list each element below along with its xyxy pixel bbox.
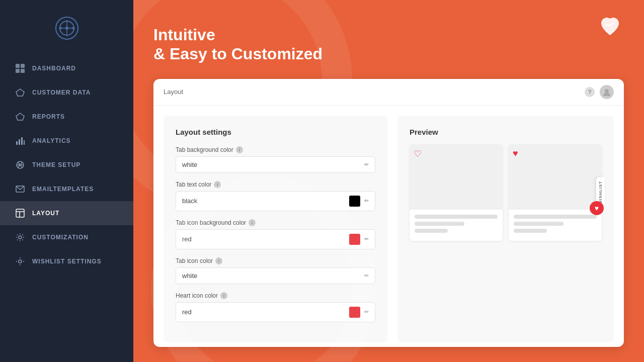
setting-input-tab-text[interactable]: black ✏: [176, 191, 375, 211]
color-swatch-heart-icon-color: [349, 307, 360, 318]
sidebar-item-dashboard-label: DASHBOARD: [32, 65, 76, 72]
edit-icon-tab-text[interactable]: ✏: [364, 198, 369, 204]
sidebar-item-customer-data[interactable]: CUSTOMER DATA: [0, 80, 133, 105]
sidebar-nav: DASHBOARD CUSTOMER DATA REPORTS: [0, 56, 133, 274]
edit-icon-tab-icon-color[interactable]: ✏: [364, 273, 369, 279]
preview-meta-line-2: [415, 222, 464, 226]
svg-point-5: [72, 27, 74, 29]
info-icon-tab-icon-color[interactable]: i: [215, 257, 222, 264]
svg-rect-16: [24, 140, 25, 145]
info-icon-tab-bg[interactable]: i: [236, 146, 243, 153]
setting-label-tab-icon-bg: Tab icon background color i: [176, 219, 375, 226]
edit-icon-tab-icon-bg[interactable]: ✏: [364, 236, 369, 242]
preview-meta-line-6: [514, 229, 547, 233]
customization-icon: [15, 232, 25, 242]
sidebar-item-wishlist-settings[interactable]: WISHLIST SETTINGS: [0, 249, 133, 274]
sidebar-item-customization-label: CUSTOMIZATION: [32, 234, 89, 241]
analytics-icon: [15, 136, 25, 146]
sidebar-item-reports[interactable]: REPORTS: [0, 105, 133, 129]
tab-icon-bg-value: red: [182, 235, 192, 243]
sidebar-item-customization[interactable]: CUSTOMIZATION: [0, 225, 133, 249]
setting-label-tab-bg: Tab background color i: [176, 146, 375, 153]
setting-input-tab-icon-color[interactable]: white ✏: [176, 267, 375, 284]
preview-meta-line-3: [415, 229, 448, 233]
svg-rect-9: [16, 69, 20, 73]
preview-card-1-image: ♡: [410, 144, 503, 210]
preview-content: ♡ ♥: [410, 144, 602, 241]
theme-setup-icon: [15, 160, 25, 170]
setting-row-tab-icon-color: Tab icon color i white ✏: [176, 257, 375, 284]
svg-rect-15: [21, 137, 23, 145]
setting-label-tab-text: Tab text color i: [176, 181, 375, 188]
color-swatch-tab-icon-bg: [349, 234, 360, 245]
setting-row-heart-icon-color: Heart icon color i red ✏: [176, 292, 375, 322]
layout-card-title: Layout: [164, 88, 183, 96]
tab-text-value: black: [182, 197, 197, 205]
setting-input-tab-icon-bg[interactable]: red ✏: [176, 229, 375, 249]
setting-row-tab-bg: Tab background color i white ✏: [176, 146, 375, 173]
svg-point-26: [19, 260, 22, 263]
setting-row-tab-icon-bg: Tab icon background color i red ✏: [176, 219, 375, 249]
layout-card-actions: ?: [585, 85, 614, 99]
info-icon-tab-icon-bg[interactable]: i: [249, 219, 256, 226]
preview-meta-line-1: [415, 215, 498, 219]
headline: Intuitive & Easy to Customized: [153, 25, 624, 64]
user-avatar[interactable]: [600, 85, 614, 99]
setting-label-heart-icon-color: Heart icon color i: [176, 292, 375, 299]
dashboard-icon: [15, 63, 25, 73]
setting-input-tab-bg[interactable]: white ✏: [176, 156, 375, 173]
edit-icon-heart-icon-color[interactable]: ✏: [364, 309, 369, 315]
heart-icon-color-value: red: [182, 308, 192, 316]
layout-card: Layout ? Layout settings Tab backgro: [153, 79, 624, 347]
preview-title: Preview: [410, 128, 602, 136]
sidebar-item-wishlist-settings-label: WISHLIST SETTINGS: [32, 258, 102, 265]
preview-meta-line-5: [514, 222, 564, 226]
sidebar-item-email-templates-label: EMAILTEMPLATES: [32, 186, 94, 193]
main-content: Intuitive & Easy to Customized Layout ? …: [133, 0, 644, 362]
customer-data-icon: [15, 87, 25, 98]
setting-input-heart-icon-color[interactable]: red ✏: [176, 302, 375, 322]
sidebar-item-dashboard[interactable]: DASHBOARD: [0, 56, 133, 80]
heart-filled-icon[interactable]: ♥: [513, 148, 518, 159]
layout-card-header: Layout ?: [153, 79, 624, 106]
sidebar-item-layout[interactable]: LAYOUT: [0, 201, 133, 225]
edit-icon-tab-bg[interactable]: ✏: [364, 161, 369, 168]
setting-input-right-tab-bg: ✏: [364, 161, 369, 168]
svg-point-25: [19, 236, 22, 239]
wishlist-tab[interactable]: WISHLIST ♥: [596, 177, 605, 208]
sidebar-item-theme-setup[interactable]: THEME SETUP: [0, 153, 133, 177]
svg-marker-12: [16, 113, 24, 120]
color-swatch-tab-text: [349, 196, 360, 207]
svg-point-6: [60, 27, 62, 29]
layout-icon: [15, 208, 25, 218]
setting-input-right-tab-text: ✏: [349, 196, 369, 207]
info-icon-heart-icon-color[interactable]: i: [220, 292, 227, 299]
sidebar-item-theme-setup-label: THEME SETUP: [32, 161, 80, 168]
settings-title: Layout settings: [176, 128, 375, 136]
setting-row-tab-text: Tab text color i black ✏: [176, 181, 375, 211]
help-icon[interactable]: ?: [585, 87, 595, 97]
info-icon-tab-text[interactable]: i: [214, 181, 221, 188]
sidebar-logo: [54, 15, 80, 41]
svg-rect-7: [16, 64, 20, 68]
svg-point-27: [605, 89, 609, 93]
wishlist-tab-text: WISHLIST: [598, 181, 603, 204]
email-templates-icon: [15, 184, 25, 194]
sidebar-item-analytics-label: ANALYTICS: [32, 137, 71, 144]
top-logo: [596, 13, 624, 42]
setting-input-right-tab-icon-color: ✏: [364, 273, 369, 279]
preview-card-1: ♡: [410, 144, 503, 241]
preview-meta-line-4: [514, 215, 597, 219]
svg-marker-11: [16, 89, 24, 96]
tab-icon-color-value: white: [182, 272, 197, 280]
sidebar-item-analytics[interactable]: ANALYTICS: [0, 129, 133, 153]
sidebar-item-layout-label: LAYOUT: [32, 210, 59, 217]
preview-card-1-meta: [410, 210, 503, 241]
sidebar-item-email-templates[interactable]: EMAILTEMPLATES: [0, 177, 133, 201]
wishlist-settings-icon: [15, 256, 25, 266]
heart-outline-icon[interactable]: ♡: [414, 148, 422, 159]
svg-rect-14: [19, 139, 20, 145]
setting-input-right-heart-icon-color: ✏: [349, 307, 369, 318]
preview-card-2-image: ♥: [509, 144, 602, 210]
svg-point-4: [65, 27, 68, 30]
